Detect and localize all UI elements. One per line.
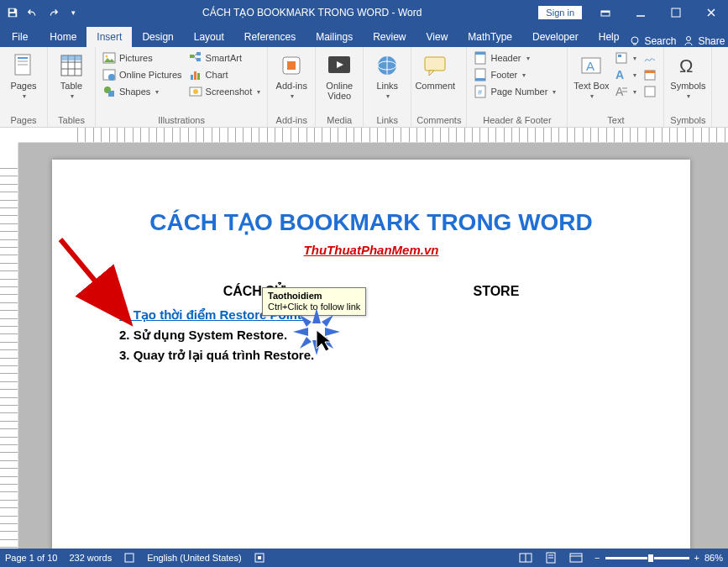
tab-review[interactable]: Review bbox=[363, 27, 416, 47]
wordart-button[interactable]: A bbox=[613, 67, 638, 82]
comment-icon bbox=[422, 52, 448, 79]
zoom-in-icon[interactable]: + bbox=[694, 553, 699, 563]
tab-help[interactable]: Help bbox=[589, 27, 630, 47]
comment-button[interactable]: Comment bbox=[416, 49, 453, 91]
table-icon bbox=[58, 52, 85, 79]
minimize-icon[interactable] bbox=[624, 0, 657, 25]
tab-layout[interactable]: Layout bbox=[184, 27, 234, 47]
svg-marker-43 bbox=[429, 71, 434, 76]
pages-button[interactable]: Pages bbox=[5, 49, 42, 100]
status-words[interactable]: 232 words bbox=[69, 553, 112, 563]
svg-point-22 bbox=[108, 74, 115, 81]
zoom-control: − + 86% bbox=[594, 553, 723, 563]
svg-marker-68 bbox=[300, 315, 312, 327]
page: CÁCH TẠO BOOKMARK TRONG WORD ThuThuatPha… bbox=[52, 160, 690, 549]
dropcap-button[interactable]: A bbox=[613, 84, 638, 99]
header-button[interactable]: Header bbox=[472, 50, 558, 66]
close-icon[interactable] bbox=[694, 0, 728, 25]
annotation-arrow bbox=[44, 227, 153, 336]
tab-view[interactable]: View bbox=[416, 27, 458, 47]
ribbon-display-icon[interactable] bbox=[589, 0, 622, 25]
status-language[interactable]: English (United States) bbox=[147, 553, 242, 563]
redo-icon[interactable] bbox=[45, 5, 60, 20]
smartart-button[interactable]: SmartArt bbox=[187, 50, 263, 66]
zoom-out-icon[interactable]: − bbox=[594, 553, 600, 563]
screenshot-button[interactable]: Screenshot bbox=[187, 84, 263, 99]
save-icon[interactable] bbox=[5, 5, 20, 20]
site-hyperlink[interactable]: ThuThuatPhanMem.vn bbox=[304, 243, 439, 257]
object-button[interactable] bbox=[642, 84, 658, 99]
svg-rect-52 bbox=[616, 53, 626, 63]
svg-rect-36 bbox=[287, 61, 296, 70]
tab-mathtype[interactable]: MathType bbox=[458, 27, 522, 47]
svg-line-28 bbox=[194, 54, 196, 56]
dropcap-icon: A bbox=[615, 85, 628, 98]
wordart-icon: A bbox=[615, 68, 628, 81]
list-item-1-hyperlink[interactable]: 1. Tạo thời điểm Restore Point. bbox=[119, 307, 623, 323]
share-icon bbox=[683, 35, 694, 47]
tab-home[interactable]: Home bbox=[39, 27, 86, 47]
lightbulb-icon bbox=[629, 35, 641, 47]
group-pages: Pages Pages bbox=[0, 47, 48, 127]
zoom-slider[interactable] bbox=[605, 557, 689, 559]
group-addins: Add-ins Add-ins bbox=[268, 47, 316, 127]
smartart-icon bbox=[189, 51, 202, 65]
svg-marker-66 bbox=[293, 328, 308, 336]
chart-button[interactable]: Chart bbox=[187, 67, 263, 82]
tab-references[interactable]: References bbox=[234, 27, 306, 47]
datetime-button[interactable] bbox=[642, 67, 658, 82]
svg-rect-11 bbox=[18, 60, 28, 62]
footer-button[interactable]: Footer bbox=[472, 67, 558, 82]
view-print-icon[interactable] bbox=[544, 552, 558, 564]
tab-file[interactable]: File bbox=[0, 27, 39, 47]
addins-button[interactable]: Add-ins bbox=[273, 49, 310, 100]
maximize-icon[interactable] bbox=[659, 0, 693, 25]
chart-icon bbox=[189, 68, 202, 81]
group-tables: Table Tables bbox=[48, 47, 96, 127]
document-canvas[interactable]: CÁCH TẠO BOOKMARK TRONG WORD ThuThuatPha… bbox=[18, 143, 728, 549]
horizontal-ruler[interactable] bbox=[18, 128, 728, 143]
signature-icon bbox=[643, 51, 657, 65]
tab-design[interactable]: Design bbox=[132, 27, 183, 47]
group-links: Links Links bbox=[364, 47, 411, 127]
online-pictures-button[interactable]: Online Pictures bbox=[101, 67, 184, 82]
status-page[interactable]: Page 1 of 10 bbox=[5, 553, 57, 563]
zoom-level[interactable]: 86% bbox=[704, 553, 723, 563]
qat-customize-icon[interactable]: ▾ bbox=[65, 5, 81, 20]
group-comments: Comment Comments bbox=[411, 47, 467, 127]
svg-marker-70 bbox=[300, 337, 312, 349]
window-controls: Sign in bbox=[538, 0, 728, 25]
tab-developer[interactable]: Developer bbox=[522, 27, 589, 47]
window-title: CÁCH TẠO BOOKMARK TRONG WORD - Word bbox=[86, 7, 538, 18]
tell-me-search[interactable]: Search bbox=[629, 35, 676, 47]
table-button[interactable]: Table bbox=[53, 49, 90, 100]
undo-icon[interactable] bbox=[25, 5, 40, 20]
share-button[interactable]: Share bbox=[683, 35, 725, 47]
view-read-icon[interactable] bbox=[519, 552, 532, 564]
status-bar: Page 1 of 10 232 words English (United S… bbox=[0, 549, 728, 567]
ribbon-tabs: File Home Insert Design Layout Reference… bbox=[0, 25, 728, 47]
svg-marker-69 bbox=[322, 315, 333, 327]
signature-button[interactable] bbox=[642, 50, 658, 66]
svg-rect-12 bbox=[18, 64, 28, 66]
view-web-icon[interactable] bbox=[569, 552, 583, 564]
shapes-button[interactable]: Shapes bbox=[101, 84, 184, 99]
links-button[interactable]: Links bbox=[369, 49, 406, 100]
doc-site-link: ThuThuatPhanMem.vn bbox=[119, 243, 623, 258]
textbox-button[interactable]: A Text Box bbox=[573, 49, 610, 100]
online-video-button[interactable]: Online Video bbox=[321, 49, 358, 101]
pictures-button[interactable]: Pictures bbox=[101, 50, 184, 66]
tab-insert[interactable]: Insert bbox=[86, 27, 132, 47]
sign-in-button[interactable]: Sign in bbox=[538, 6, 582, 19]
group-symbols: Ω Symbols Symbols bbox=[664, 47, 712, 127]
page-number-button[interactable]: #Page Number bbox=[472, 84, 558, 99]
quickparts-button[interactable] bbox=[613, 50, 638, 66]
status-spellcheck-icon[interactable] bbox=[123, 552, 135, 564]
header-icon bbox=[474, 51, 487, 65]
tab-mailings[interactable]: Mailings bbox=[306, 27, 363, 47]
svg-rect-5 bbox=[672, 8, 680, 17]
symbols-button[interactable]: Ω Symbols bbox=[669, 49, 706, 100]
status-macro-icon[interactable] bbox=[254, 552, 265, 564]
svg-rect-10 bbox=[18, 57, 28, 59]
vertical-ruler[interactable] bbox=[0, 143, 18, 549]
